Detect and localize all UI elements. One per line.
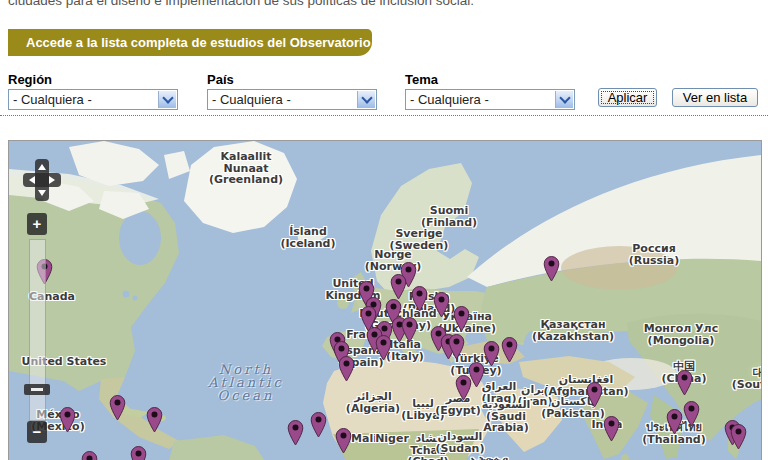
map-label: KalaallitNunaat(Greenland) (209, 151, 283, 186)
map-marker-pin[interactable] (401, 316, 418, 343)
map-marker-pin[interactable] (453, 305, 470, 332)
map-marker-pin[interactable] (448, 333, 465, 360)
map-label: Монгол Улс(Mongolia) (644, 323, 718, 346)
map-marker-pin[interactable] (411, 285, 428, 312)
map-marker-pin[interactable] (683, 400, 700, 427)
chevron-down-icon[interactable] (357, 91, 375, 108)
tema-select[interactable]: - Cualquiera - (405, 89, 575, 110)
map-marker-pin[interactable] (730, 423, 747, 450)
chevron-down-icon[interactable] (158, 91, 176, 108)
map-marker-pin[interactable] (455, 374, 472, 401)
map-marker-pin[interactable] (603, 415, 620, 442)
tema-label: Tema (405, 72, 438, 87)
map-marker-pin[interactable] (310, 411, 327, 438)
ver-en-lista-button[interactable]: Ver en lista (672, 88, 758, 107)
map-label: Қазақстан(Kazakhstan) (532, 319, 614, 342)
pais-label: País (207, 72, 234, 87)
map-marker-pin[interactable] (59, 406, 76, 433)
region-select[interactable]: - Cualquiera - (8, 89, 178, 110)
map-marker-pin[interactable] (501, 336, 518, 363)
map-marker-pin[interactable] (433, 291, 450, 318)
map-label: الجزائر(Algeria) (346, 391, 400, 414)
map-label: Suomi(Finland) (421, 205, 477, 228)
pais-select[interactable]: - Cualquiera - (207, 89, 377, 110)
map-label: Mali (351, 433, 377, 445)
map-label: السعودية(SaudiArabia) (482, 399, 531, 434)
map-marker-pin[interactable] (483, 340, 500, 367)
region-label: Región (8, 72, 52, 87)
map-marker-pin[interactable] (81, 450, 98, 460)
map-marker-pin[interactable] (287, 419, 304, 446)
map-marker-pin[interactable] (109, 394, 126, 421)
map-marker-pin[interactable] (676, 369, 693, 396)
zoom-out-button[interactable]: − (27, 421, 47, 443)
map-label: ኢትዮጵያ (470, 455, 508, 460)
zoom-in-button[interactable]: + (27, 213, 47, 235)
map-marker-pin[interactable] (390, 273, 407, 300)
map-label: السودان(Sudan) (436, 431, 485, 454)
pan-control[interactable] (22, 157, 62, 203)
zoom-slider-handle[interactable] (24, 384, 50, 395)
intro-text: ciudades para el diseño e implementación… (8, 0, 764, 8)
map-marker-pin[interactable] (375, 334, 392, 361)
chevron-down-icon[interactable] (555, 91, 573, 108)
map-marker-pin[interactable] (543, 255, 560, 282)
map-marker-pin[interactable] (335, 427, 352, 454)
studies-list-banner-button[interactable]: Accede a la lista completa de estudios d… (8, 29, 372, 56)
map-marker-pin[interactable] (586, 381, 603, 408)
region-select-value: - Cualquiera - (13, 92, 92, 107)
divider (0, 115, 768, 116)
map-marker-pin[interactable] (666, 408, 683, 435)
tema-select-value: - Cualquiera - (410, 92, 489, 107)
pais-select-value: - Cualquiera - (212, 92, 291, 107)
aplicar-button[interactable]: Aplicar (598, 88, 657, 107)
map-marker-pin[interactable] (130, 445, 147, 460)
map-marker-pin[interactable] (338, 355, 355, 382)
map[interactable]: KalaallitNunaat(Greenland)Ísland(Iceland… (8, 140, 762, 460)
map-marker-pin[interactable] (146, 406, 163, 433)
map-label: 대한민국(South Korea) (732, 367, 762, 390)
map-label: Россия(Russia) (629, 243, 680, 266)
map-label: Niger (375, 433, 409, 445)
ocean-label: NorthAtlanticOcean (208, 363, 283, 402)
map-label: Ísland(Iceland) (280, 226, 335, 249)
